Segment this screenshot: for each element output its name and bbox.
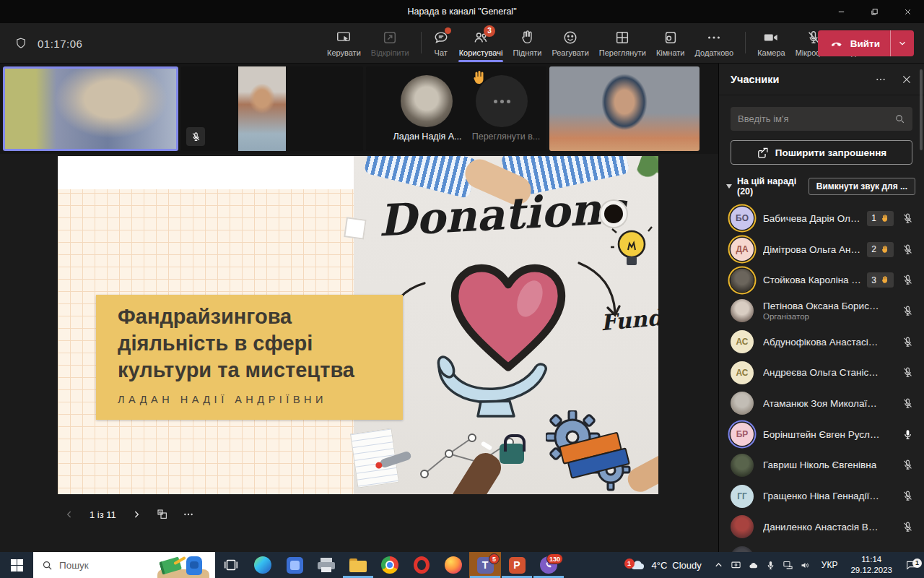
- presentation-slide: Donations: [58, 156, 658, 494]
- language-indicator[interactable]: УКР: [814, 560, 845, 570]
- tray-volume-icon[interactable]: [797, 560, 814, 571]
- mic-off-icon[interactable]: [902, 459, 914, 471]
- toolbar-button-people[interactable]: 3Користувачі: [454, 23, 508, 63]
- firefox-icon: [445, 556, 462, 574]
- taskbar-app-printer[interactable]: [310, 552, 342, 578]
- mic-off-icon[interactable]: [902, 243, 914, 256]
- taskbar-clock[interactable]: 11:14 29.12.2023: [845, 554, 898, 576]
- slide-grid-button[interactable]: [157, 509, 168, 520]
- tray-microphone-icon[interactable]: [762, 560, 780, 571]
- participant-role: Організатор: [763, 312, 896, 321]
- taskbar-app-viber[interactable]: 130: [533, 552, 565, 578]
- participant-name: Андреєва Ольга Станіславівна: [763, 367, 880, 378]
- restore-button[interactable]: [858, 0, 891, 23]
- share-icon: [757, 147, 769, 159]
- start-button[interactable]: [0, 552, 33, 578]
- taskbar-search[interactable]: Пошук: [33, 552, 215, 578]
- mic-off-icon[interactable]: [902, 305, 914, 317]
- taskbar-app-powerpoint[interactable]: P: [501, 552, 533, 578]
- weather-widget[interactable]: 1 4°CCloudy: [620, 556, 710, 574]
- participant-row[interactable]: ГГГращенко Ніна Геннадіївна: [719, 480, 924, 512]
- toolbar-button-label: Підняти: [513, 48, 541, 57]
- leave-label: Вийти: [850, 38, 880, 49]
- participant-row[interactable]: БОБабичева Дарія Олекса...1: [719, 203, 924, 234]
- weather-notification-badge: 1: [624, 558, 635, 569]
- video-tile-4[interactable]: [549, 66, 699, 151]
- tray-network-icon[interactable]: [780, 560, 797, 571]
- show-hidden-icons-button[interactable]: [710, 560, 728, 571]
- participant-row[interactable]: Стойкова Кароліна Мик...3: [719, 264, 924, 296]
- participant-name: Борінштейн Євген Руславович: [763, 429, 880, 440]
- panel-more-button[interactable]: [875, 74, 886, 85]
- participant-search-input[interactable]: [738, 113, 894, 124]
- previous-slide-button[interactable]: [64, 509, 75, 520]
- mic-off-icon[interactable]: [902, 366, 914, 379]
- raised-hand-order: 2: [871, 244, 876, 254]
- action-center-button[interactable]: 1: [898, 559, 924, 571]
- mic-off-icon[interactable]: [902, 521, 914, 533]
- padlock-illustration: [500, 444, 524, 464]
- taskbar-app-opera[interactable]: [406, 552, 437, 578]
- toolbar-button-view[interactable]: Переглянути: [594, 23, 651, 63]
- participant-list: БОБабичева Дарія Олекса...1ДАДімітрова О…: [719, 203, 924, 573]
- edge-icon: [254, 556, 271, 574]
- taskbar-app-bluetool[interactable]: [279, 552, 310, 578]
- toolbar-button-rooms[interactable]: Кімнати: [651, 23, 690, 63]
- next-slide-button[interactable]: [131, 509, 142, 520]
- taskbar-app-chrome[interactable]: [374, 552, 406, 578]
- participant-row[interactable]: АСАндреєва Ольга Станіславівна: [719, 357, 924, 388]
- leave-options-button[interactable]: [891, 38, 914, 48]
- opera-icon: [414, 556, 430, 574]
- people-icon: 3: [473, 30, 489, 46]
- taskbar-app-taskview[interactable]: [215, 552, 247, 578]
- video-tile-3[interactable]: Ладан Надія А... Переглянути в...: [366, 66, 546, 151]
- taskbar-app-firefox[interactable]: [437, 552, 469, 578]
- window-titlebar: Нарада в каналі "General": [0, 0, 924, 23]
- tray-meet-now-icon[interactable]: [728, 560, 745, 571]
- taskbar-app-explorer[interactable]: [342, 552, 374, 578]
- panel-close-button[interactable]: [901, 74, 912, 85]
- window-title: Нарада в каналі "General": [0, 0, 924, 23]
- participant-row[interactable]: ДАДімітрова Ольга Анатол...2: [719, 234, 924, 265]
- raised-hand-badge: 2: [867, 242, 894, 257]
- toolbar-button-chat[interactable]: Чат: [428, 23, 454, 63]
- speaker-icon: [800, 560, 811, 571]
- chat-icon: [433, 30, 449, 46]
- toolbar-button-camera[interactable]: Камера: [752, 23, 790, 63]
- taskbar-app-edge[interactable]: [247, 552, 279, 578]
- share-invite-button[interactable]: Поширити запрошення: [731, 140, 912, 165]
- participant-row[interactable]: Даниленко Анастасія Володим...: [719, 512, 924, 543]
- participant-row[interactable]: Петінова Оксана БорисівнаОрганізатор: [719, 296, 924, 327]
- mic-on-icon[interactable]: [902, 428, 914, 441]
- participant-search[interactable]: [731, 107, 912, 131]
- leave-button[interactable]: Вийти: [818, 30, 914, 56]
- mic-off-icon[interactable]: [902, 274, 914, 286]
- share-invite-label: Поширити запрошення: [775, 147, 886, 158]
- minimize-button[interactable]: [824, 0, 858, 23]
- toolbar-button-label: Користувачі: [459, 48, 503, 57]
- participant-row[interactable]: АСАбдунофікова Анастасія Сергіїв...: [719, 327, 924, 358]
- toolbar-button-raise[interactable]: Підняти: [507, 23, 546, 63]
- mute-all-button[interactable]: Вимкнути звук для ...: [808, 178, 915, 195]
- participant-row[interactable]: БРБорінштейн Євген Руславович: [719, 419, 924, 450]
- printer-icon: [318, 558, 335, 572]
- toolbar-button-react[interactable]: Реагувати: [546, 23, 593, 63]
- taskbar-app-teams[interactable]: T5: [469, 552, 501, 578]
- collapse-triangle-icon[interactable]: [726, 184, 732, 189]
- more-options-button[interactable]: [183, 509, 194, 520]
- toolbar-button-more[interactable]: Додатково: [690, 23, 739, 63]
- scrollbar-thumb[interactable]: [920, 69, 923, 150]
- tray-onedrive-icon[interactable]: [745, 560, 762, 571]
- close-button[interactable]: [891, 0, 924, 23]
- mic-off-icon[interactable]: [902, 212, 914, 225]
- mic-off-icon[interactable]: [902, 490, 914, 502]
- mic-off-icon[interactable]: [902, 397, 914, 410]
- participant-row[interactable]: Атаманюк Зоя Миколаївна: [719, 388, 924, 419]
- toolbar-button-manage[interactable]: Керувати: [322, 23, 366, 63]
- slide-top-band: [58, 156, 354, 189]
- mic-off-icon[interactable]: [902, 336, 914, 348]
- video-tile-2[interactable]: [181, 66, 363, 151]
- video-tile-active-speaker[interactable]: [3, 66, 178, 151]
- participant-name: Стойкова Кароліна Мик...: [763, 275, 861, 285]
- participant-row[interactable]: Гавриш Ніколь Євгенівна: [719, 450, 924, 481]
